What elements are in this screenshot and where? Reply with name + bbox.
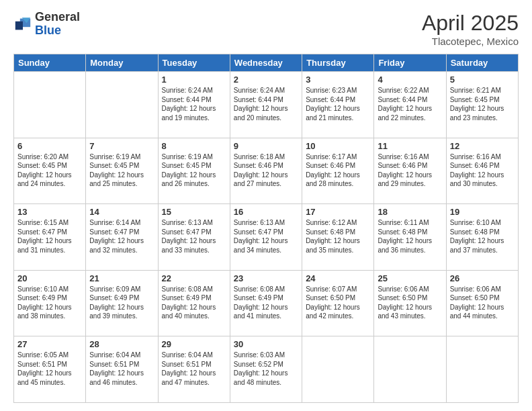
table-row: 28Sunrise: 6:04 AM Sunset: 6:51 PM Dayli… (86, 336, 158, 403)
col-friday: Friday (374, 54, 446, 72)
table-row: 18Sunrise: 6:11 AM Sunset: 6:48 PM Dayli… (374, 204, 446, 271)
table-row: 2Sunrise: 6:24 AM Sunset: 6:44 PM Daylig… (230, 72, 302, 138)
day-number: 14 (89, 207, 154, 217)
table-row: 6Sunrise: 6:20 AM Sunset: 6:45 PM Daylig… (14, 138, 86, 204)
day-number: 27 (17, 339, 82, 349)
logo-blue: Blue (35, 24, 80, 38)
day-info: Sunrise: 6:06 AM Sunset: 6:50 PM Dayligh… (378, 285, 442, 321)
table-row: 27Sunrise: 6:05 AM Sunset: 6:51 PM Dayli… (14, 336, 86, 403)
table-row: 26Sunrise: 6:06 AM Sunset: 6:50 PM Dayli… (446, 270, 518, 336)
table-row (446, 336, 518, 403)
day-number: 4 (378, 75, 442, 85)
day-number: 9 (234, 141, 298, 151)
table-row: 7Sunrise: 6:19 AM Sunset: 6:45 PM Daylig… (86, 138, 158, 204)
table-row: 9Sunrise: 6:18 AM Sunset: 6:46 PM Daylig… (230, 138, 302, 204)
day-number: 26 (450, 273, 515, 283)
col-thursday: Thursday (302, 54, 374, 72)
day-number: 6 (17, 141, 82, 151)
day-info: Sunrise: 6:22 AM Sunset: 6:44 PM Dayligh… (378, 86, 442, 122)
calendar-page: General Blue April 2025 Tlacotepec, Mexi… (0, 0, 532, 411)
logo-icon (13, 15, 32, 34)
day-number: 5 (450, 75, 515, 85)
day-info: Sunrise: 6:14 AM Sunset: 6:47 PM Dayligh… (89, 218, 154, 255)
calendar-week-row: 13Sunrise: 6:15 AM Sunset: 6:47 PM Dayli… (14, 204, 519, 271)
day-info: Sunrise: 6:04 AM Sunset: 6:51 PM Dayligh… (162, 351, 226, 387)
calendar-week-row: 1Sunrise: 6:24 AM Sunset: 6:44 PM Daylig… (14, 72, 519, 138)
table-row: 4Sunrise: 6:22 AM Sunset: 6:44 PM Daylig… (374, 72, 446, 138)
calendar-header-row: Sunday Monday Tuesday Wednesday Thursday… (14, 54, 519, 72)
table-row: 13Sunrise: 6:15 AM Sunset: 6:47 PM Dayli… (14, 204, 86, 271)
day-info: Sunrise: 6:08 AM Sunset: 6:49 PM Dayligh… (162, 285, 226, 321)
day-info: Sunrise: 6:07 AM Sunset: 6:50 PM Dayligh… (306, 285, 370, 321)
day-number: 12 (450, 141, 515, 151)
day-number: 22 (162, 273, 226, 283)
col-wednesday: Wednesday (230, 54, 302, 72)
table-row: 20Sunrise: 6:10 AM Sunset: 6:49 PM Dayli… (14, 270, 86, 336)
day-number: 21 (89, 273, 154, 283)
day-info: Sunrise: 6:13 AM Sunset: 6:47 PM Dayligh… (234, 218, 298, 255)
day-number: 16 (234, 207, 298, 217)
day-info: Sunrise: 6:20 AM Sunset: 6:45 PM Dayligh… (17, 152, 82, 189)
table-row: 24Sunrise: 6:07 AM Sunset: 6:50 PM Dayli… (302, 270, 374, 336)
day-info: Sunrise: 6:10 AM Sunset: 6:49 PM Dayligh… (17, 285, 82, 321)
day-number: 8 (162, 141, 226, 151)
calendar-week-row: 20Sunrise: 6:10 AM Sunset: 6:49 PM Dayli… (14, 270, 519, 336)
table-row (302, 336, 374, 403)
day-number: 28 (89, 339, 154, 349)
day-number: 23 (234, 273, 298, 283)
day-info: Sunrise: 6:13 AM Sunset: 6:47 PM Dayligh… (162, 218, 226, 255)
day-info: Sunrise: 6:19 AM Sunset: 6:45 PM Dayligh… (89, 152, 154, 189)
col-sunday: Sunday (14, 54, 86, 72)
day-number: 10 (306, 141, 370, 151)
day-info: Sunrise: 6:18 AM Sunset: 6:46 PM Dayligh… (234, 152, 298, 189)
table-row: 1Sunrise: 6:24 AM Sunset: 6:44 PM Daylig… (158, 72, 230, 138)
table-row: 19Sunrise: 6:10 AM Sunset: 6:48 PM Dayli… (446, 204, 518, 271)
table-row: 5Sunrise: 6:21 AM Sunset: 6:45 PM Daylig… (446, 72, 518, 138)
day-number: 7 (89, 141, 154, 151)
table-row: 21Sunrise: 6:09 AM Sunset: 6:49 PM Dayli… (86, 270, 158, 336)
col-monday: Monday (86, 54, 158, 72)
day-number: 3 (306, 75, 370, 85)
table-row: 29Sunrise: 6:04 AM Sunset: 6:51 PM Dayli… (158, 336, 230, 403)
day-info: Sunrise: 6:04 AM Sunset: 6:51 PM Dayligh… (89, 351, 154, 387)
day-number: 18 (378, 207, 442, 217)
day-number: 25 (378, 273, 442, 283)
day-info: Sunrise: 6:12 AM Sunset: 6:48 PM Dayligh… (306, 218, 370, 255)
day-info: Sunrise: 6:24 AM Sunset: 6:44 PM Dayligh… (162, 86, 226, 122)
table-row: 23Sunrise: 6:08 AM Sunset: 6:49 PM Dayli… (230, 270, 302, 336)
logo: General Blue (13, 11, 80, 38)
table-row (374, 336, 446, 403)
table-row: 11Sunrise: 6:16 AM Sunset: 6:46 PM Dayli… (374, 138, 446, 204)
day-info: Sunrise: 6:21 AM Sunset: 6:45 PM Dayligh… (450, 86, 515, 122)
day-info: Sunrise: 6:11 AM Sunset: 6:48 PM Dayligh… (378, 218, 442, 255)
table-row: 25Sunrise: 6:06 AM Sunset: 6:50 PM Dayli… (374, 270, 446, 336)
calendar-table: Sunday Monday Tuesday Wednesday Thursday… (13, 54, 519, 403)
table-row (14, 72, 86, 138)
table-row: 22Sunrise: 6:08 AM Sunset: 6:49 PM Dayli… (158, 270, 230, 336)
day-number: 17 (306, 207, 370, 217)
day-info: Sunrise: 6:03 AM Sunset: 6:52 PM Dayligh… (234, 351, 298, 387)
day-number: 30 (234, 339, 298, 349)
table-row: 15Sunrise: 6:13 AM Sunset: 6:47 PM Dayli… (158, 204, 230, 271)
table-row: 3Sunrise: 6:23 AM Sunset: 6:44 PM Daylig… (302, 72, 374, 138)
day-number: 29 (162, 339, 226, 349)
table-row: 8Sunrise: 6:19 AM Sunset: 6:45 PM Daylig… (158, 138, 230, 204)
day-number: 15 (162, 207, 226, 217)
svg-marker-1 (15, 21, 23, 30)
table-row (86, 72, 158, 138)
table-row: 14Sunrise: 6:14 AM Sunset: 6:47 PM Dayli… (86, 204, 158, 271)
day-info: Sunrise: 6:23 AM Sunset: 6:44 PM Dayligh… (306, 86, 370, 122)
day-number: 1 (162, 75, 226, 85)
calendar-week-row: 6Sunrise: 6:20 AM Sunset: 6:45 PM Daylig… (14, 138, 519, 204)
day-info: Sunrise: 6:16 AM Sunset: 6:46 PM Dayligh… (378, 152, 442, 189)
day-number: 24 (306, 273, 370, 283)
title-section: April 2025 Tlacotepec, Mexico (422, 11, 519, 47)
day-number: 11 (378, 141, 442, 151)
table-row: 10Sunrise: 6:17 AM Sunset: 6:46 PM Dayli… (302, 138, 374, 204)
day-number: 20 (17, 273, 82, 283)
table-row: 30Sunrise: 6:03 AM Sunset: 6:52 PM Dayli… (230, 336, 302, 403)
day-info: Sunrise: 6:08 AM Sunset: 6:49 PM Dayligh… (234, 285, 298, 321)
table-row: 16Sunrise: 6:13 AM Sunset: 6:47 PM Dayli… (230, 204, 302, 271)
day-info: Sunrise: 6:10 AM Sunset: 6:48 PM Dayligh… (450, 218, 515, 255)
day-number: 19 (450, 207, 515, 217)
